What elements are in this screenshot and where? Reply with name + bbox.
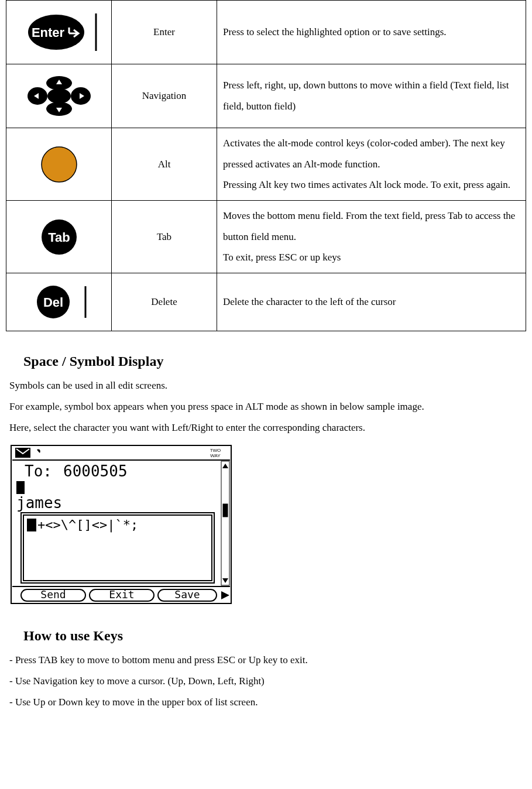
key-desc: Delete the character to the left of the …: [223, 296, 396, 307]
list-item: - Use Up or Down key to move in the uppe…: [9, 692, 526, 713]
table-row: Navigation Press left, right, up, down b…: [6, 64, 526, 128]
section-heading-how-to-use: How to use Keys: [23, 628, 526, 644]
delete-key-icon: Del: [21, 282, 97, 323]
device-name: james: [16, 494, 62, 512]
svg-text:WAY: WAY: [210, 453, 221, 458]
svg-text:Tab: Tab: [48, 230, 70, 245]
svg-point-12: [42, 147, 77, 182]
key-desc: Press to select the highlighted option o…: [223, 26, 447, 37]
to-label: To:: [25, 462, 52, 480]
tab-key-icon: Tab: [30, 214, 88, 260]
svg-rect-30: [27, 519, 36, 531]
key-desc: Press left, right, up, down buttons to m…: [223, 80, 509, 112]
key-name: Delete: [151, 296, 177, 307]
key-name: Enter: [153, 26, 175, 37]
to-value: 6000505: [63, 462, 128, 480]
svg-rect-27: [222, 503, 228, 517]
svg-text:Enter: Enter: [31, 25, 64, 40]
device-screen-figure: TWO WAY To: 6000505 james +<>\^[]<>|`*; …: [11, 445, 526, 606]
key-desc: Moves the bottom menu field. From the te…: [223, 210, 515, 263]
how-to-use-key-list: - Press TAB key to move to bottom menu a…: [9, 650, 526, 712]
section-heading-space-symbol: Space / Symbol Display: [23, 354, 526, 369]
device-button-exit: Exit: [109, 588, 134, 601]
svg-rect-23: [16, 481, 25, 494]
table-row: Enter Enter Press to select the highligh…: [6, 1, 526, 64]
navigation-key-icon: [21, 73, 97, 119]
enter-key-icon: Enter: [15, 9, 103, 56]
device-button-send: Send: [40, 588, 66, 601]
svg-rect-19: [12, 447, 230, 459]
two-way-label: TWO: [210, 448, 221, 453]
list-item: - Press TAB key to move to bottom menu a…: [9, 650, 526, 671]
symbol-row: +<>\^[]<>|`*;: [37, 517, 138, 533]
list-item: - Use Navigation key to move a cursor. (…: [9, 671, 526, 692]
key-description-table: Enter Enter Press to select the highligh…: [6, 0, 526, 331]
svg-point-11: [47, 88, 71, 104]
alt-key-icon: [30, 141, 88, 188]
key-name: Navigation: [142, 90, 187, 101]
space-symbol-paragraph: Symbols can be used in all edit screens.…: [9, 375, 523, 438]
table-row: Alt Activates the alt-mode control keys …: [6, 128, 526, 201]
table-row: Del Delete Delete the character to the l…: [6, 273, 526, 331]
key-name: Alt: [158, 159, 171, 170]
svg-text:Del: Del: [43, 295, 63, 310]
key-desc: Activates the alt-mode control keys (col…: [223, 138, 510, 190]
device-button-save: Save: [174, 588, 200, 601]
key-name: Tab: [157, 231, 171, 242]
table-row: Tab Tab Moves the bottom menu field. Fro…: [6, 201, 526, 273]
